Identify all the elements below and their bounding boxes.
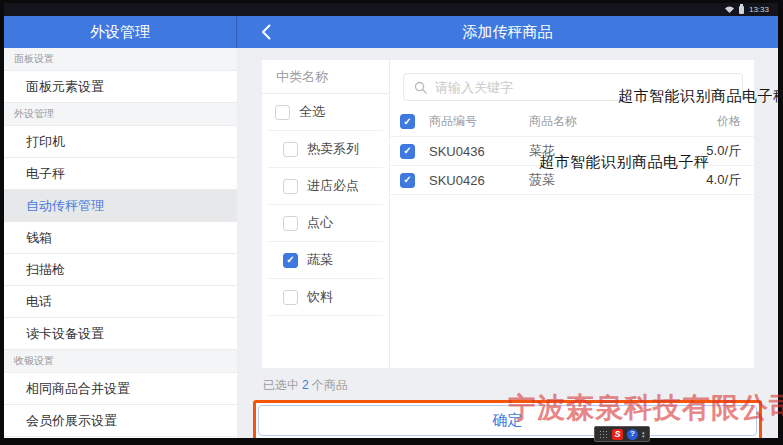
- product-table: 商品编号 商品名称 价格 SKU0436 菜花 5.0/斤: [390, 107, 754, 195]
- selection-count: 2: [299, 378, 312, 392]
- product-column: 商品编号 商品名称 价格 SKU0436 菜花 5.0/斤: [390, 60, 754, 368]
- sidebar-item-auto-scale-management[interactable]: 自动传秤管理: [4, 190, 237, 222]
- row-sku: SKU0436: [429, 144, 529, 159]
- add-products-panel: 中类名称 全选 热卖系列 进店必点: [262, 60, 754, 368]
- battery-icon: [739, 6, 744, 14]
- checkbox-checked-icon[interactable]: [283, 253, 298, 268]
- selection-prefix: 已选中: [263, 378, 299, 392]
- row-name: 菜花: [529, 142, 669, 160]
- category-option-vegetables[interactable]: 蔬菜: [268, 242, 383, 279]
- sidebar-item-phone[interactable]: 电话: [4, 286, 237, 318]
- category-column-title: 中类名称: [262, 60, 389, 94]
- sidebar-item-scanner[interactable]: 扫描枪: [4, 254, 237, 286]
- row-name: 菠菜: [529, 171, 669, 189]
- category-option-label: 进店必点: [307, 177, 359, 195]
- row-price: 5.0/斤: [669, 142, 741, 160]
- wifi-icon: [725, 6, 734, 13]
- sidebar-item-merge-same-products[interactable]: 相同商品合并设置: [4, 373, 237, 405]
- sidebar-item-member-price-display[interactable]: 会员价展示设置: [4, 405, 237, 437]
- row-sku: SKU0426: [429, 173, 529, 188]
- capture-toolbar[interactable]: S ? ▴▾: [594, 426, 650, 442]
- drag-handle-icon[interactable]: [599, 430, 608, 439]
- category-option-must-order[interactable]: 进店必点: [268, 168, 383, 205]
- row-checkbox-checked-icon[interactable]: [400, 144, 415, 159]
- row-checkbox-checked-icon[interactable]: [400, 173, 415, 188]
- sidebar-item-electronic-scale[interactable]: 电子秤: [4, 158, 237, 190]
- product-table-header: 商品编号 商品名称 价格: [390, 107, 754, 137]
- device-frame: 13:33 外设管理 面板设置 面板元素设置 外设管理 打印机 电子秤 自动传秤…: [0, 0, 783, 445]
- column-header-name: 商品名称: [529, 113, 669, 130]
- sidebar-title: 外设管理: [4, 16, 237, 48]
- table-row[interactable]: SKU0426 菠菜 4.0/斤: [390, 166, 754, 195]
- checkbox[interactable]: [283, 290, 298, 305]
- table-row[interactable]: SKU0436 菜花 5.0/斤: [390, 137, 754, 166]
- category-option-select-all[interactable]: 全选: [268, 94, 383, 131]
- checkbox[interactable]: [283, 216, 298, 231]
- status-time: 13:33: [749, 6, 769, 14]
- category-option-label: 全选: [299, 103, 325, 121]
- row-price: 4.0/斤: [669, 171, 741, 189]
- search-input[interactable]: [435, 80, 732, 95]
- main-body: 中类名称 全选 热卖系列 进店必点: [237, 48, 778, 438]
- sidebar-section-cashier-settings: 收银设置: [4, 350, 237, 373]
- annotation-highlight-box: 确定: [253, 400, 762, 438]
- category-option-hot-sale[interactable]: 热卖系列: [268, 131, 383, 168]
- column-header-sku: 商品编号: [429, 113, 529, 130]
- category-option-dim-sum[interactable]: 点心: [268, 205, 383, 242]
- checkbox[interactable]: [275, 105, 290, 120]
- category-option-beverages[interactable]: 饮料: [268, 279, 383, 316]
- sidebar-list: 面板设置 面板元素设置 外设管理 打印机 电子秤 自动传秤管理 钱箱 扫描枪 电…: [4, 48, 237, 438]
- back-button[interactable]: [253, 16, 279, 48]
- select-all-checkbox-checked-icon[interactable]: [400, 114, 415, 129]
- sidebar-item-printer[interactable]: 打印机: [4, 126, 237, 158]
- main-area: 添加传秤商品 中类名称 全选 热卖系列: [237, 16, 778, 438]
- checkbox[interactable]: [283, 142, 298, 157]
- sidebar-section-peripherals: 外设管理: [4, 103, 237, 126]
- app-body: 外设管理 面板设置 面板元素设置 外设管理 打印机 电子秤 自动传秤管理 钱箱 …: [4, 16, 778, 438]
- selection-summary: 已选中2个商品: [263, 377, 754, 394]
- category-option-label: 点心: [307, 214, 333, 232]
- category-option-label: 蔬菜: [307, 251, 333, 269]
- checkbox[interactable]: [283, 179, 298, 194]
- selection-suffix: 个商品: [312, 378, 348, 392]
- collapse-arrows-icon[interactable]: ▴▾: [642, 430, 645, 438]
- column-header-price: 价格: [669, 113, 741, 130]
- category-option-label: 饮料: [307, 288, 333, 306]
- category-column: 中类名称 全选 热卖系列 进店必点: [262, 60, 390, 368]
- sidebar-item-card-reader[interactable]: 读卡设备设置: [4, 318, 237, 350]
- sidebar: 外设管理 面板设置 面板元素设置 外设管理 打印机 电子秤 自动传秤管理 钱箱 …: [4, 16, 237, 438]
- sidebar-section-panel-settings: 面板设置: [4, 48, 237, 71]
- category-option-label: 热卖系列: [307, 140, 359, 158]
- status-bar: 13:33: [4, 3, 778, 16]
- chevron-left-icon: [261, 24, 271, 40]
- app-screen: 13:33 外设管理 面板设置 面板元素设置 外设管理 打印机 电子秤 自动传秤…: [4, 3, 778, 438]
- snagit-icon[interactable]: S: [612, 429, 623, 440]
- search-icon: [414, 81, 427, 94]
- search-box[interactable]: [403, 73, 743, 101]
- page-title: 添加传秤商品: [463, 23, 553, 42]
- main-header: 添加传秤商品: [237, 16, 778, 48]
- confirm-button[interactable]: 确定: [258, 405, 757, 436]
- sidebar-item-panel-elements[interactable]: 面板元素设置: [4, 71, 237, 103]
- help-icon[interactable]: ?: [627, 429, 638, 440]
- sidebar-item-cash-drawer[interactable]: 钱箱: [4, 222, 237, 254]
